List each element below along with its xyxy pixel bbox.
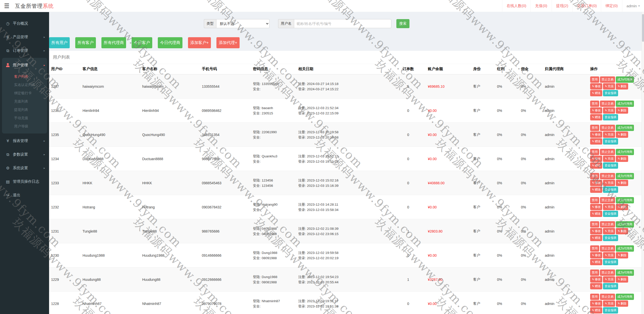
sidebar-item-1[interactable]: ฿产品管理▸ <box>2 30 47 44</box>
forbid-trade-button[interactable]: 禁止交易 <box>600 245 615 252</box>
type-select[interactable]: 默认不选 <box>216 19 270 28</box>
nav-item-1[interactable]: 充值(0) <box>531 0 551 12</box>
sidebar-item-4[interactable]: ¥报表管理▸ <box>2 134 47 148</box>
disable-button[interactable]: 禁用 <box>590 149 599 155</box>
forbid-trade-button[interactable]: 禁止交易 <box>600 173 615 179</box>
admin-dropdown[interactable]: admin▾ <box>622 0 644 12</box>
forbid-trade-button[interactable]: 禁止交易 <box>600 294 615 300</box>
nav-item-4[interactable]: 绑定(0) <box>601 0 622 12</box>
recharge-button[interactable]: ✎充值 <box>603 156 615 162</box>
gift-button[interactable]: ✎赠送 <box>590 138 602 145</box>
delete-button[interactable]: ✎删除 <box>616 252 628 258</box>
edit-button[interactable]: ✎修改 <box>590 180 602 186</box>
make-agent-button[interactable]: 成为代理商 <box>616 76 634 83</box>
gift-button[interactable]: ✎赠送 <box>590 235 602 241</box>
recharge-button[interactable]: ✎充值 <box>603 107 615 114</box>
fund-report-button[interactable]: 资金报表 <box>603 259 618 265</box>
delete-button[interactable]: ✎删除 <box>616 204 628 210</box>
edit-button[interactable]: ✎修改 <box>590 131 602 138</box>
nav-item-2[interactable]: 提现(2) <box>552 0 573 12</box>
gift-button[interactable]: ✎赠送 <box>590 307 602 313</box>
nav-item-0[interactable]: 在线人数(0) <box>502 0 531 12</box>
fund-report-button[interactable]: 资金报表 <box>603 235 618 241</box>
disable-button[interactable]: 禁用 <box>590 125 599 131</box>
recharge-button[interactable]: ✎充值 <box>603 276 615 283</box>
edit-button[interactable]: ✎修改 <box>590 83 602 89</box>
submenu-item-0[interactable]: 客户列表 <box>2 72 47 81</box>
disable-button[interactable]: 禁用 <box>590 245 599 252</box>
forbid-trade-button[interactable]: 禁止交易 <box>600 76 615 83</box>
forbid-trade-button[interactable]: 禁止交易 <box>600 101 615 107</box>
fund-report-button[interactable]: 资金报表 <box>603 138 618 145</box>
gift-button[interactable]: ✎赠送 <box>590 259 602 265</box>
edit-button[interactable]: ✎修改 <box>590 228 602 234</box>
make-agent-button[interactable]: 成为代理商 <box>616 101 634 107</box>
delete-button[interactable]: ✎删除 <box>616 131 628 138</box>
recharge-button[interactable]: ✎充值 <box>603 204 615 210</box>
disable-button[interactable]: 禁用 <box>590 173 599 179</box>
make-agent-button[interactable]: 成为代理商 <box>616 270 634 276</box>
sidebar-item-5[interactable]: ⧉参数设置▸ <box>2 148 47 161</box>
fund-report-button[interactable]: 资金报表 <box>603 162 618 169</box>
toolbar-button-2[interactable]: 所有代理商 <box>101 37 126 48</box>
delete-button[interactable]: ✎删除 <box>616 83 628 89</box>
disable-button[interactable]: 禁用 <box>590 197 599 203</box>
make-agent-button[interactable]: 成为代理商 <box>616 245 634 252</box>
toolbar-button-1[interactable]: 所有客户 <box>75 37 96 48</box>
make-agent-button[interactable]: 成为代理商 <box>616 125 634 131</box>
gift-button[interactable]: ✎赠送 <box>590 187 602 193</box>
username-input[interactable] <box>294 19 391 28</box>
search-button[interactable]: 搜索 <box>396 19 409 28</box>
submenu-item-6[interactable]: 用户等级 <box>2 122 47 130</box>
forbid-trade-button[interactable]: 禁止交易 <box>600 270 615 276</box>
make-agent-button[interactable]: 成为代理商 <box>616 173 634 179</box>
disable-button[interactable]: 禁用 <box>590 221 599 228</box>
disable-button[interactable]: 禁用 <box>590 294 599 300</box>
recharge-button[interactable]: ✎充值 <box>603 131 615 138</box>
edit-button[interactable]: ✎修改 <box>590 204 602 210</box>
recharge-button[interactable]: ✎充值 <box>603 83 615 89</box>
submenu-item-1[interactable]: 实名认证列表 <box>2 81 47 89</box>
toolbar-button-3[interactable]: 今日客户 <box>132 37 152 48</box>
forbid-trade-button[interactable]: 禁止交易 <box>600 125 615 131</box>
recharge-button[interactable]: ✎充值 <box>603 300 615 307</box>
disable-button[interactable]: 禁用 <box>590 270 599 276</box>
recharge-button[interactable]: ✎充值 <box>603 180 615 186</box>
sidebar-item-0[interactable]: ◷平台概况 <box>2 17 47 30</box>
disable-button[interactable]: 禁用 <box>590 101 599 107</box>
edit-button[interactable]: ✎修改 <box>590 300 602 307</box>
gift-button[interactable]: ✎赠送 <box>590 162 602 169</box>
make-agent-button[interactable]: 成为代理商 <box>616 149 634 155</box>
fund-report-button[interactable]: 资金报表 <box>603 211 618 217</box>
toolbar-button-4[interactable]: 今日代理商 <box>158 37 182 48</box>
recharge-button[interactable]: ✎充值 <box>603 228 615 234</box>
delete-button[interactable]: ✎删除 <box>616 300 628 307</box>
sidebar-item-6[interactable]: ⚙系统设置▸ <box>2 161 47 175</box>
disable-button[interactable]: 禁用 <box>590 76 599 83</box>
forbid-trade-button[interactable]: 禁止交易 <box>600 221 615 228</box>
toolbar-button-6[interactable]: 添加代理+ <box>216 37 239 48</box>
edit-button[interactable]: ✎修改 <box>590 156 602 162</box>
forbid-trade-button[interactable]: 禁止交易 <box>600 149 615 155</box>
nav-item-3[interactable]: 交易订单(0) <box>573 0 601 12</box>
submenu-item-5[interactable]: 手动充值 <box>2 114 47 122</box>
delete-button[interactable]: ✎删除 <box>616 156 628 162</box>
edit-button[interactable]: ✎修改 <box>590 107 602 114</box>
vertical-scrollbar[interactable] <box>641 12 644 314</box>
delete-button[interactable]: ✎删除 <box>616 107 628 114</box>
edit-button[interactable]: ✎修改 <box>590 276 602 283</box>
sidebar-item-8[interactable]: ↪退出 <box>2 188 47 202</box>
make-agent-button[interactable]: 成为代理商 <box>616 197 634 203</box>
submenu-item-3[interactable]: 充值列表 <box>2 97 47 106</box>
delete-button[interactable]: ✎删除 <box>616 180 628 186</box>
sidebar-item-2[interactable]: ⧉订单管理▸ <box>2 44 47 57</box>
gift-button[interactable]: ✎赠送 <box>590 283 602 289</box>
delete-button[interactable]: ✎删除 <box>616 228 628 234</box>
toolbar-button-0[interactable]: 所有用户 <box>49 37 70 48</box>
scrollbar-thumb[interactable] <box>642 14 644 42</box>
make-agent-button[interactable]: 成为代理商 <box>616 294 634 300</box>
sidebar-item-7[interactable]: ▤管理员操作日志 <box>2 175 47 188</box>
submenu-item-2[interactable]: 绑定银行卡 <box>2 89 47 97</box>
forbid-trade-button[interactable]: 禁止交易 <box>600 197 615 203</box>
gift-button[interactable]: ✎赠送 <box>590 90 602 96</box>
